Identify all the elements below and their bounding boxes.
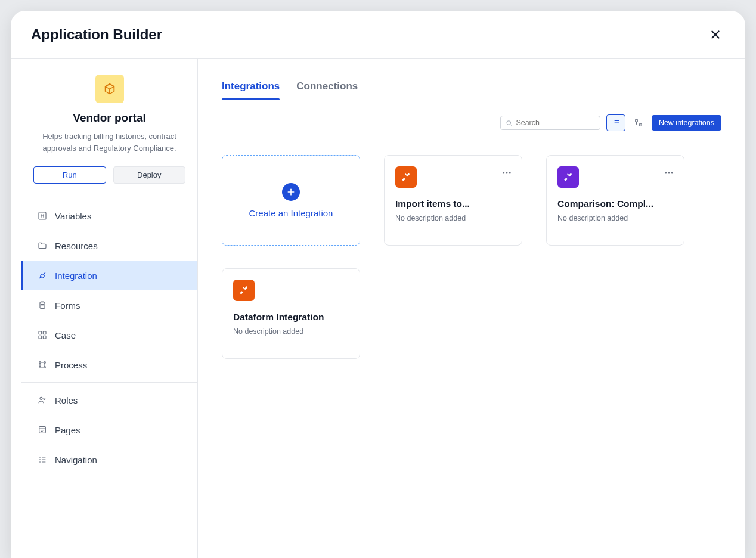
- close-icon: [709, 28, 722, 41]
- svg-point-13: [44, 398, 45, 400]
- svg-point-15: [507, 120, 511, 125]
- app-icon: [95, 75, 124, 103]
- sidebar-item-integration[interactable]: Integration: [21, 261, 197, 290]
- integration-card[interactable]: Comparison: Compl... No description adde…: [546, 155, 684, 246]
- tree-view-button[interactable]: [631, 114, 646, 131]
- sidebar-item-pages[interactable]: Pages: [21, 415, 197, 445]
- card-title: Import items to...: [395, 199, 497, 209]
- process-icon: [37, 359, 48, 370]
- card-title: Dataform Integration: [233, 312, 334, 323]
- app-name: Vendor portal: [33, 111, 185, 125]
- clipboard-icon: [37, 300, 48, 311]
- sidebar-item-process[interactable]: Process: [21, 350, 197, 380]
- sidebar-item-navigation[interactable]: Navigation: [21, 445, 197, 475]
- svg-point-8: [39, 362, 41, 364]
- svg-point-27: [503, 172, 504, 174]
- sidebar-item-variables[interactable]: Variables: [21, 201, 197, 231]
- svg-point-30: [665, 172, 667, 174]
- svg-point-32: [671, 172, 673, 174]
- svg-rect-3: [40, 302, 45, 309]
- create-card-label: Create an Integration: [249, 208, 333, 218]
- main-content: Integrations Connections New integration…: [198, 59, 745, 558]
- svg-rect-4: [39, 331, 42, 334]
- sidebar-item-label: Forms: [55, 300, 80, 311]
- svg-point-31: [668, 172, 670, 174]
- tabs: Integrations Connections: [222, 80, 721, 100]
- sidebar-item-roles[interactable]: Roles: [21, 385, 197, 415]
- sidebar-nav: Variables Resources Integration: [21, 197, 197, 475]
- card-icon: [395, 166, 417, 188]
- variables-icon: [37, 210, 48, 221]
- search-icon: [506, 119, 512, 127]
- sidebar-item-label: Roles: [55, 395, 78, 405]
- sidebar-item-resources[interactable]: Resources: [21, 231, 197, 261]
- app-description: Helps tracking billing histories, contra…: [33, 131, 185, 154]
- sidebar-item-case[interactable]: Case: [21, 320, 197, 350]
- list-view-button[interactable]: [606, 114, 625, 131]
- plug-icon: [238, 285, 249, 296]
- svg-point-29: [509, 172, 511, 174]
- search-box[interactable]: [500, 116, 600, 130]
- tree-icon: [634, 119, 643, 127]
- card-description: No description added: [557, 214, 673, 222]
- deploy-button[interactable]: Deploy: [113, 166, 186, 184]
- pages-icon: [37, 424, 48, 435]
- svg-rect-5: [43, 331, 46, 334]
- sidebar-item-forms[interactable]: Forms: [21, 290, 197, 320]
- close-button[interactable]: [707, 26, 724, 43]
- tab-connections[interactable]: Connections: [296, 80, 358, 100]
- package-icon: [103, 82, 116, 95]
- plus-icon: [286, 187, 296, 197]
- app-window: Application Builder Vendor portal Helps …: [11, 11, 745, 558]
- svg-point-9: [44, 362, 46, 364]
- folder-icon: [37, 240, 48, 251]
- sidebar-item-label: Integration: [55, 271, 97, 281]
- toolbar: New integrations: [222, 114, 721, 131]
- svg-rect-14: [39, 427, 46, 433]
- sidebar-item-label: Variables: [55, 211, 91, 221]
- integration-card[interactable]: Import items to... No description added: [384, 155, 522, 246]
- sidebar-item-label: Pages: [55, 425, 80, 435]
- svg-rect-23: [636, 120, 638, 122]
- svg-point-12: [40, 398, 42, 400]
- app-button-row: Run Deploy: [33, 166, 185, 184]
- card-description: No description added: [233, 327, 349, 336]
- plus-circle-icon: [282, 183, 300, 201]
- new-integrations-button[interactable]: New integrations: [652, 115, 721, 131]
- card-title: Comparison: Compl...: [557, 199, 659, 209]
- run-button[interactable]: Run: [33, 166, 106, 184]
- navigation-icon: [37, 454, 48, 465]
- svg-point-28: [506, 172, 508, 174]
- plug-icon: [37, 270, 48, 281]
- card-description: No description added: [395, 214, 511, 222]
- svg-rect-7: [43, 336, 46, 339]
- svg-rect-24: [640, 124, 642, 126]
- svg-rect-6: [39, 336, 42, 339]
- integration-card[interactable]: Dataform Integration No description adde…: [222, 268, 360, 359]
- sidebar-item-label: Case: [55, 330, 76, 340]
- plug-icon: [401, 172, 411, 182]
- plug-icon: [563, 172, 574, 182]
- create-integration-card[interactable]: Create an Integration: [222, 155, 360, 246]
- more-icon: [501, 168, 512, 178]
- grid-icon: [37, 330, 48, 340]
- nav-divider: [21, 382, 197, 383]
- sidebar-item-label: Navigation: [55, 455, 97, 465]
- card-menu-button[interactable]: [661, 165, 677, 183]
- app-summary: Vendor portal Helps tracking billing his…: [21, 59, 197, 197]
- card-icon: [557, 166, 579, 188]
- list-icon: [612, 119, 620, 127]
- roles-icon: [37, 395, 48, 405]
- search-input[interactable]: [516, 119, 595, 127]
- svg-point-11: [44, 367, 46, 368]
- header: Application Builder: [11, 11, 745, 59]
- card-menu-button[interactable]: [499, 165, 515, 183]
- more-icon: [664, 168, 674, 178]
- svg-point-10: [39, 367, 41, 368]
- body: Vendor portal Helps tracking billing his…: [11, 59, 745, 558]
- sidebar: Vendor portal Helps tracking billing his…: [21, 59, 198, 558]
- svg-line-16: [510, 124, 512, 125]
- card-grid: Create an Integration Import items to...…: [222, 155, 721, 359]
- tab-integrations[interactable]: Integrations: [222, 80, 280, 100]
- page-title: Application Builder: [31, 26, 162, 43]
